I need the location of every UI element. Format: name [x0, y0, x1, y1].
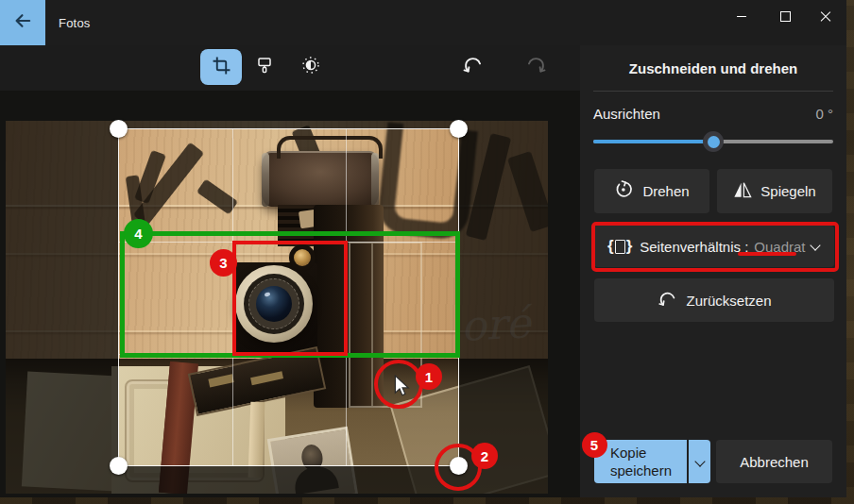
chevron-down-icon [810, 240, 820, 250]
annotation-badge-4: 4 [124, 219, 153, 248]
straighten-row: Ausrichten 0 ° [593, 106, 833, 122]
straighten-slider[interactable] [593, 131, 833, 152]
redo-button[interactable] [519, 49, 555, 85]
annotation-red-rect [232, 241, 348, 356]
editor-canvas: oré 4 3 1 2 [0, 91, 580, 497]
flip-button[interactable]: Spiegeln [717, 169, 832, 213]
back-arrow-icon [12, 10, 33, 35]
rotate-label: Drehen [642, 183, 689, 199]
panel-title: Zuschneiden und drehen [580, 60, 846, 76]
crop-icon [212, 56, 231, 79]
redo-icon [525, 54, 548, 80]
cancel-button[interactable]: Abbrechen [716, 440, 832, 483]
badge-number: 3 [219, 255, 227, 271]
adjust-light-button[interactable] [293, 49, 329, 85]
annotation-badge-5: 5 [582, 432, 607, 458]
mouse-cursor [394, 375, 410, 400]
album-page [22, 371, 122, 491]
crop-handle-top-right[interactable] [450, 120, 468, 138]
minimize-icon [737, 16, 746, 17]
close-icon [820, 10, 831, 22]
crop-tool-button[interactable] [200, 49, 242, 85]
brace-left: { [607, 237, 614, 256]
undo-button[interactable] [454, 49, 490, 85]
slider-thumb[interactable] [703, 131, 724, 152]
photos-app-window: Fotos [0, 0, 846, 497]
chevron-down-icon [694, 456, 705, 466]
annotation-badge-3: 3 [210, 249, 237, 277]
rotate-button[interactable]: Drehen [594, 169, 709, 213]
annotation-badge-1: 1 [416, 363, 442, 390]
titlebar: Fotos [0, 0, 846, 45]
flip-label: Spiegeln [760, 183, 815, 199]
save-copy-dropdown[interactable] [689, 440, 710, 483]
reset-button[interactable]: Zurücksetzen [594, 278, 834, 322]
portrait-torso [292, 463, 339, 494]
close-button[interactable] [805, 0, 846, 32]
straighten-value: 0 ° [815, 106, 833, 122]
slider-fill [593, 140, 713, 143]
annotation-badge-2: 2 [471, 443, 498, 469]
brace-right: } [626, 237, 633, 256]
photo-watermark: oré [460, 298, 532, 350]
aspect-ratio-icon: { } [607, 237, 632, 256]
reset-label: Zurücksetzen [686, 293, 771, 309]
aspect-label: Seitenverhältnis : [640, 239, 748, 255]
rotate-icon [614, 180, 634, 203]
badge-number: 4 [134, 226, 142, 242]
save-copy-button[interactable]: Kopie speichern [594, 440, 687, 483]
cancel-label: Abbrechen [740, 454, 809, 470]
minimize-button[interactable] [721, 0, 762, 32]
flip-icon [733, 180, 752, 202]
maximize-button[interactable] [764, 0, 806, 32]
crop-rotate-panel: Zuschneiden und drehen Ausrichten 0 ° Dr… [580, 45, 846, 497]
annotation-red-underline [738, 252, 796, 256]
panel-divider [593, 91, 833, 92]
undo-icon [461, 54, 484, 80]
maximize-icon [780, 11, 791, 22]
straighten-label: Ausrichten [593, 106, 660, 122]
aspect-ratio-dropdown[interactable]: { } Seitenverhältnis : Quadrat [594, 226, 834, 267]
stencil-letter [507, 151, 548, 232]
app-title: Fotos [59, 0, 91, 45]
filters-tool-button[interactable] [247, 49, 282, 85]
brightness-icon [300, 55, 321, 79]
crop-handle-bottom-left[interactable] [110, 457, 128, 475]
editor-toolbar [0, 45, 580, 91]
badge-number: 1 [425, 369, 433, 385]
screenshot-root: Fotos [0, 0, 854, 504]
save-copy-label: Kopie speichern [610, 444, 671, 479]
badge-number: 5 [590, 437, 598, 453]
back-button[interactable] [0, 0, 45, 45]
paintbrush-icon [254, 55, 275, 79]
aspect-square-glyph [615, 240, 625, 254]
crop-handle-top-left[interactable] [110, 120, 128, 138]
reset-icon [657, 289, 677, 312]
badge-number: 2 [481, 448, 488, 464]
